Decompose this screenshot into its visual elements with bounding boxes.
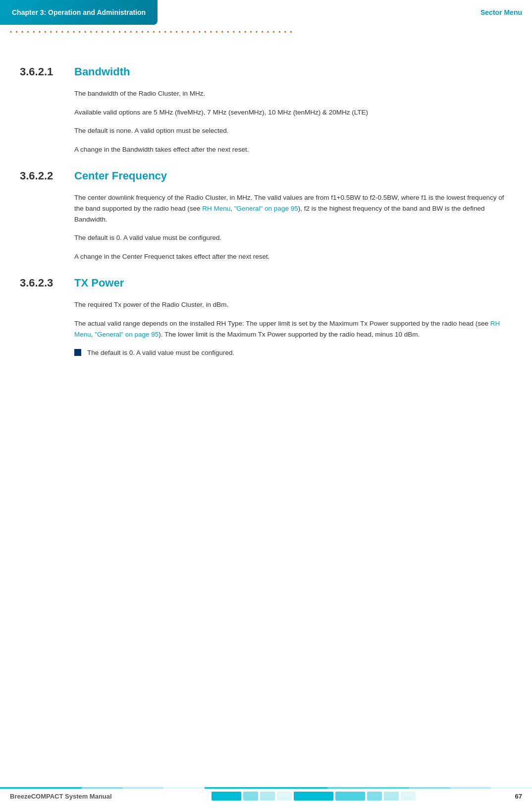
- section-3621-number: 3.6.2.1: [20, 65, 74, 78]
- bullet-square-icon: [74, 349, 81, 356]
- footer-color-line: [0, 787, 532, 789]
- dot-separator: • • • • • • • • • • • • • • • • • • • • …: [0, 29, 532, 36]
- section-3621-para2: Available valid options are 5 MHz (fiveM…: [74, 107, 512, 118]
- section-3622-number: 3.6.2.2: [20, 170, 74, 182]
- general-page95-link-2[interactable]: "General" on page 95: [95, 331, 159, 338]
- section-3623-heading: 3.6.2.3 TX Power: [20, 277, 512, 289]
- section-3623-bullet1: The default is 0. A valid value must be …: [74, 347, 512, 358]
- chapter-text: Chapter 3: Operation and Administration: [12, 8, 146, 16]
- section-3622-para3: A change in the Center Frequenct takes e…: [74, 251, 512, 262]
- section-3621-title: Bandwidth: [74, 65, 130, 78]
- footer-brand: BreezeCOMPACT System Manual: [10, 793, 112, 800]
- section-3623-para2: The actual valid range depends on the in…: [74, 318, 512, 340]
- section-3621-para4: A change in the Bandwidth takes effect a…: [74, 144, 512, 155]
- section-3622-para2: The default is 0. A valid value must be …: [74, 232, 512, 243]
- general-page95-link-1[interactable]: "General" on page 95: [234, 205, 298, 212]
- rh-menu-link-1[interactable]: RH Menu: [202, 205, 230, 212]
- section-3623-number: 3.6.2.3: [20, 277, 74, 289]
- section-3621-heading: 3.6.2.1 Bandwidth: [20, 65, 512, 78]
- section-text: Sector Menu: [480, 8, 522, 16]
- section-3622-para1: The center downlink frequency of the Rad…: [74, 192, 512, 225]
- page-header: Chapter 3: Operation and Administration …: [0, 0, 532, 25]
- section-3622-heading: 3.6.2.2 Center Frequency: [20, 170, 512, 182]
- footer-bars: [212, 792, 416, 801]
- section-3623-title: TX Power: [74, 277, 124, 289]
- page-footer: BreezeCOMPACT System Manual 67: [0, 787, 532, 805]
- section-3621-para1: The bandwidth of the Radio Cluster, in M…: [74, 88, 512, 99]
- section-label: Sector Menu: [480, 8, 532, 16]
- footer-page-number: 67: [515, 793, 522, 800]
- main-content: 3.6.2.1 Bandwidth The bandwidth of the R…: [0, 46, 532, 386]
- section-3623-para1: The required Tx power of the Radio Clust…: [74, 299, 512, 310]
- chapter-label: Chapter 3: Operation and Administration: [0, 0, 158, 25]
- section-3621-para3: The default is none. A valid option must…: [74, 125, 512, 136]
- section-3622-title: Center Frequency: [74, 170, 167, 182]
